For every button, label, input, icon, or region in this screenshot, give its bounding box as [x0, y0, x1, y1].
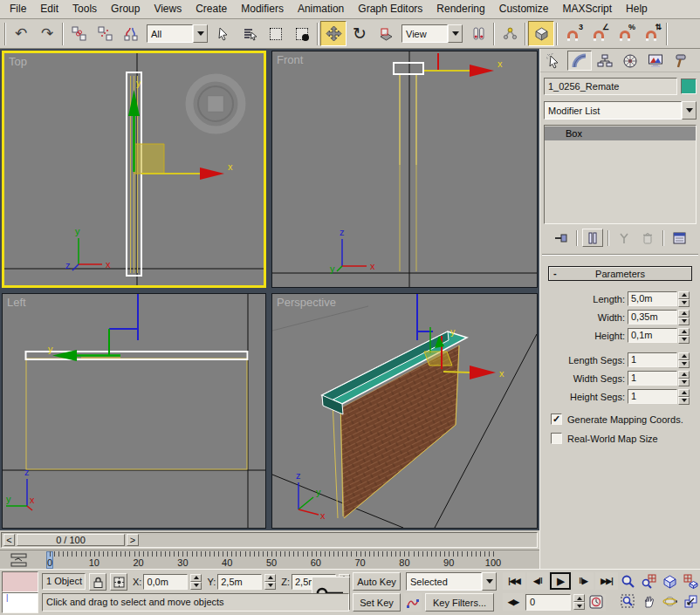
parameters-rollout-header[interactable]: - Parameters: [548, 266, 692, 281]
x-coord-field[interactable]: 0,0m: [143, 574, 188, 590]
menu-group[interactable]: Group: [104, 0, 147, 18]
redo-button[interactable]: ↷: [34, 21, 60, 46]
default-key-tangents-button[interactable]: [403, 593, 422, 612]
make-unique-button[interactable]: [614, 229, 635, 247]
modifier-list-dropdown[interactable]: [682, 101, 697, 120]
key-mode-toggle[interactable]: ◀▶: [503, 593, 524, 611]
previous-frame-arrow[interactable]: <: [3, 534, 15, 546]
param-field[interactable]: 1: [628, 371, 677, 386]
modifier-list-combo[interactable]: Modifier List: [544, 101, 697, 120]
select-and-move-button[interactable]: [320, 21, 347, 46]
tab-hierarchy[interactable]: [593, 51, 617, 71]
maxscript-mini-listener-macro[interactable]: [2, 571, 38, 592]
y-coord-field[interactable]: 2,5m: [217, 574, 262, 590]
param-field[interactable]: 5,0m: [628, 291, 677, 306]
param-spinner[interactable]: [678, 352, 690, 368]
stack-item-box[interactable]: Box: [545, 126, 696, 140]
show-end-result-button[interactable]: [582, 229, 603, 247]
select-and-rotate-button[interactable]: ↻: [347, 21, 373, 46]
auto-key-button[interactable]: Auto Key: [353, 572, 401, 591]
bind-to-space-warp-button[interactable]: [118, 21, 144, 46]
viewport-top[interactable]: Top y x y x z: [2, 51, 266, 288]
zoom-all-button[interactable]: [639, 572, 658, 591]
param-field[interactable]: 0,35m: [628, 310, 677, 325]
keyboard-shortcut-override-toggle[interactable]: [528, 21, 554, 46]
viewport-perspective[interactable]: Perspective: [271, 293, 538, 529]
next-frame-arrow[interactable]: >: [127, 534, 139, 546]
min-max-viewport-toggle[interactable]: [681, 592, 700, 611]
undo-button[interactable]: ↶: [8, 21, 34, 46]
absolute-offset-mode-toggle[interactable]: [110, 573, 127, 591]
param-spinner[interactable]: [678, 371, 690, 386]
tab-motion[interactable]: [618, 51, 642, 71]
trackbar-ruler[interactable]: 0102030405060708090100: [38, 550, 539, 570]
select-and-scale-button[interactable]: [373, 21, 399, 46]
zoom-extents-all-button[interactable]: [681, 572, 700, 591]
param-spinner[interactable]: [678, 310, 690, 325]
menu-help[interactable]: Help: [619, 0, 655, 18]
unlink-selection-button[interactable]: [92, 21, 118, 46]
y-coord-spinner[interactable]: [264, 574, 276, 590]
unchecked-checkbox[interactable]: [551, 433, 562, 444]
viewport-front[interactable]: Front x z x y: [271, 51, 538, 288]
select-and-link-button[interactable]: [65, 21, 92, 46]
param-spinner[interactable]: [678, 328, 690, 344]
select-by-name-button[interactable]: [237, 21, 263, 46]
go-to-end-button[interactable]: ▶▶|: [595, 572, 618, 590]
go-to-start-button[interactable]: |◀◀: [503, 572, 525, 590]
key-filters-button[interactable]: Key Filters...: [425, 593, 494, 612]
zoom-extents-button[interactable]: [660, 572, 679, 591]
selection-lock-toggle[interactable]: [89, 573, 106, 591]
arc-rotate-button[interactable]: [660, 592, 679, 611]
menu-tools[interactable]: Tools: [65, 0, 104, 18]
param-field[interactable]: 1: [628, 352, 677, 367]
time-slider-handle[interactable]: 0 / 100: [17, 534, 125, 546]
set-key-button[interactable]: Set Key: [353, 593, 401, 612]
object-color-swatch[interactable]: [681, 79, 697, 94]
reference-coordsys-dropdown[interactable]: [448, 24, 463, 43]
menu-views[interactable]: Views: [147, 0, 189, 18]
maxscript-mini-listener[interactable]: |: [2, 592, 38, 613]
zoom-button[interactable]: [618, 572, 637, 591]
checked-checkbox[interactable]: ✓: [551, 413, 562, 425]
menu-create[interactable]: Create: [189, 0, 234, 18]
snaps-toggle-button[interactable]: 3: [559, 21, 586, 46]
pan-button[interactable]: [639, 592, 658, 611]
region-zoom-button[interactable]: [618, 592, 637, 611]
menu-rendering[interactable]: Rendering: [429, 0, 491, 18]
menu-graph-editors[interactable]: Graph Editors: [351, 0, 429, 18]
x-coord-spinner[interactable]: [190, 574, 202, 590]
viewport-left[interactable]: Left y z y x: [2, 293, 266, 529]
param-spinner[interactable]: [678, 389, 690, 405]
percent-snap-toggle[interactable]: %: [612, 21, 638, 46]
play-button[interactable]: ▶: [550, 572, 571, 590]
configure-modifier-sets-button[interactable]: [669, 229, 690, 247]
param-field[interactable]: 0,1m: [628, 328, 677, 343]
menu-file[interactable]: File: [3, 0, 33, 18]
selection-set-combo[interactable]: Selected: [406, 572, 497, 591]
select-object-button[interactable]: [210, 21, 237, 46]
angle-snap-toggle[interactable]: ∠: [586, 21, 612, 46]
menu-customize[interactable]: Customize: [492, 0, 556, 18]
tab-create[interactable]: [542, 51, 566, 71]
remove-modifier-button[interactable]: [637, 229, 658, 247]
menu-modifiers[interactable]: Modifiers: [234, 0, 291, 18]
time-slider-track[interactable]: < 0 / 100 >: [1, 532, 538, 548]
select-and-manipulate-button[interactable]: [497, 21, 523, 46]
tab-modify[interactable]: [567, 51, 592, 71]
menu-edit[interactable]: Edit: [33, 0, 65, 18]
object-name-field[interactable]: 1_0256_Remate: [544, 78, 677, 95]
selection-filter-dropdown[interactable]: [193, 24, 208, 43]
window-crossing-toggle[interactable]: [289, 21, 315, 46]
next-frame-button[interactable]: ‖▶: [573, 572, 594, 590]
tab-display[interactable]: [643, 51, 668, 71]
current-frame-field[interactable]: 0: [525, 594, 571, 611]
menu-animation[interactable]: Animation: [291, 0, 351, 18]
time-configuration-button[interactable]: [587, 594, 606, 611]
frame-spinner[interactable]: [573, 594, 585, 610]
selection-filter-combo[interactable]: All: [147, 24, 208, 43]
reference-coordsys-combo[interactable]: View: [401, 24, 463, 43]
menu-maxscript[interactable]: MAXScript: [555, 0, 619, 18]
selection-set-dropdown[interactable]: [482, 572, 497, 591]
use-pivot-point-center-button[interactable]: [465, 21, 491, 46]
